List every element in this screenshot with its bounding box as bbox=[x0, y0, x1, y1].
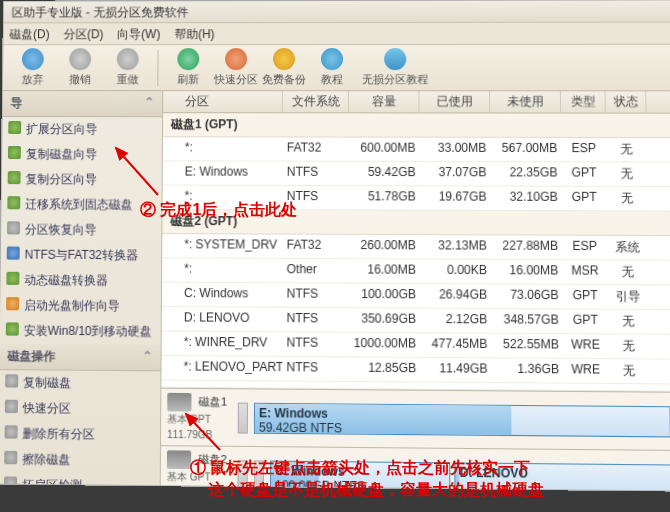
undo-icon bbox=[117, 48, 139, 70]
menubar: 磁盘(D) 分区(D) 向导(W) 帮助(H) bbox=[3, 23, 670, 46]
btn-back[interactable]: 放弃 bbox=[9, 48, 57, 87]
menu-help[interactable]: 帮助(H) bbox=[174, 26, 214, 41]
menu-wizard[interactable]: 向导(W) bbox=[117, 26, 160, 41]
backup-icon bbox=[273, 48, 295, 70]
sidebar-item[interactable]: 启动光盘制作向导 bbox=[0, 293, 161, 319]
sidebar-item[interactable]: 分区恢复向导 bbox=[1, 217, 161, 243]
sidebar-item[interactable]: 安装Win8/10到移动硬盘 bbox=[0, 318, 161, 344]
table-row[interactable]: *:FAT32600.00MB33.00MB567.00MBESP无 bbox=[163, 137, 670, 162]
col-filesystem[interactable]: 文件系统 bbox=[283, 91, 349, 113]
btn-forward[interactable]: 撤销 bbox=[56, 48, 104, 87]
btn-fast-partition[interactable]: 快速分区 bbox=[212, 48, 260, 87]
main-panel: 分区 文件系统 容量 已使用 未使用 类型 状态 磁盘1 (GPT) *:FAT… bbox=[161, 91, 670, 490]
sidebar-item[interactable]: NTFS与FAT32转换器 bbox=[1, 242, 162, 268]
btn-backup[interactable]: 免费备份 bbox=[260, 48, 308, 87]
refresh-icon bbox=[177, 48, 199, 70]
col-capacity[interactable]: 容量 bbox=[349, 91, 419, 113]
btn-undo[interactable]: 重做 bbox=[104, 48, 152, 87]
annotation-text-1: ② 完成1后，点击此处 bbox=[140, 200, 297, 221]
sidebar-item[interactable]: 复制分区向导 bbox=[2, 167, 162, 193]
lossless-icon bbox=[384, 48, 406, 70]
sidebar-item[interactable]: 擦除磁盘 bbox=[0, 447, 160, 474]
table-row[interactable]: C: WindowsNTFS100.00GB26.94GB73.06GBGPT引… bbox=[162, 283, 670, 310]
annotation-text-2a: ① 鼠标先左键点击箭头处，点击之前先核实一下 bbox=[190, 458, 530, 479]
menu-partition[interactable]: 分区(D) bbox=[63, 26, 103, 41]
col-free[interactable]: 未使用 bbox=[490, 91, 561, 113]
chevron-up-icon: ⌃ bbox=[144, 95, 154, 112]
annotation-text-2b: 这个硬盘是不是机械硬盘，容量大的是机械硬盘 bbox=[208, 480, 544, 501]
chevron-up-icon: ⌃ bbox=[142, 349, 152, 366]
sidebar-item[interactable]: 动态磁盘转换器 bbox=[0, 268, 161, 294]
sidebar-item[interactable]: 迁移系统到固态磁盘 bbox=[1, 192, 161, 218]
col-type[interactable]: 类型 bbox=[561, 91, 606, 113]
sidebar-item[interactable]: 快速分区 bbox=[0, 396, 160, 423]
sidebar: 导⌃ 扩展分区向导复制磁盘向导复制分区向导迁移系统到固态磁盘分区恢复向导NTFS… bbox=[0, 91, 163, 485]
col-status[interactable]: 状态 bbox=[606, 91, 647, 114]
btn-lossless-tutorial[interactable]: 无损分区教程 bbox=[356, 48, 434, 87]
window-title: 区助手专业版 - 无损分区免费软件 bbox=[4, 0, 670, 23]
sidebar-header-diskops[interactable]: 磁盘操作⌃ bbox=[0, 344, 161, 372]
table-row[interactable]: *: WINRE_DRVNTFS1000.00MB477.45MB522.55M… bbox=[162, 332, 670, 360]
disk1-panel: 磁盘1 基本 GPT 111.79GB E: Windows59.42GB NT… bbox=[161, 388, 670, 450]
table-row[interactable]: E: WindowsNTFS59.42GB37.07GB22.35GBGPT无 bbox=[163, 161, 670, 187]
fast-partition-icon bbox=[225, 48, 247, 70]
disk-icon bbox=[167, 393, 191, 412]
table-row[interactable]: D: LENOVONTFS350.69GB2.12GB348.57GBGPT无 bbox=[162, 307, 670, 335]
sidebar-item[interactable]: 扩展分区向导 bbox=[2, 117, 162, 142]
tutorial-icon bbox=[321, 48, 343, 70]
btn-refresh[interactable]: 刷新 bbox=[164, 48, 212, 87]
col-partition[interactable]: 分区 bbox=[163, 91, 283, 113]
column-header: 分区 文件系统 容量 已使用 未使用 类型 状态 bbox=[163, 91, 670, 114]
table-row[interactable]: *: SYSTEM_DRVFAT32260.00MB32.13MB227.88M… bbox=[162, 234, 670, 261]
forward-icon bbox=[69, 48, 91, 70]
toolbar: 放弃 撤销 重做 刷新 快速分区 免费备份 教程 无损分区教程 bbox=[3, 45, 670, 92]
sidebar-header-wizard[interactable]: 导⌃ bbox=[3, 91, 163, 117]
sidebar-item[interactable]: 复制磁盘 bbox=[0, 370, 160, 397]
sidebar-item[interactable]: 坏扇区检测 bbox=[0, 472, 160, 485]
btn-tutorial[interactable]: 教程 bbox=[308, 48, 356, 87]
back-icon bbox=[22, 48, 44, 70]
disk1-group[interactable]: 磁盘1 (GPT) bbox=[163, 113, 670, 138]
disk-icon bbox=[167, 450, 191, 469]
disk1-small-part[interactable] bbox=[238, 402, 248, 433]
disk1-thumb[interactable]: 磁盘1 基本 GPT 111.79GB bbox=[167, 393, 232, 442]
menu-disk[interactable]: 磁盘(D) bbox=[9, 26, 49, 41]
disk1-partition-e[interactable]: E: Windows59.42GB NTFS bbox=[254, 402, 670, 437]
sidebar-item[interactable]: 删除所有分区 bbox=[0, 421, 160, 448]
col-used[interactable]: 已使用 bbox=[419, 91, 490, 113]
sidebar-item[interactable]: 复制磁盘向导 bbox=[2, 142, 162, 167]
table-row[interactable]: *:Other16.00MB0.00KB16.00MBMSR无 bbox=[162, 258, 670, 285]
